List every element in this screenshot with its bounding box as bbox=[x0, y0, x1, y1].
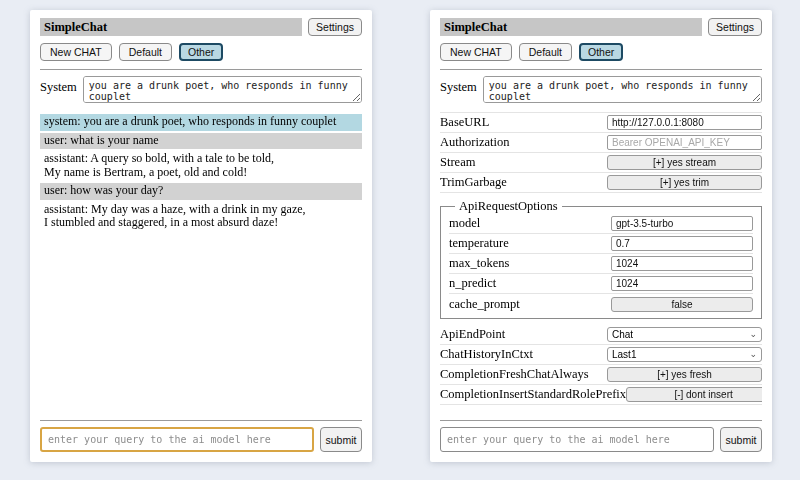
completion-insert-standard-role-prefix-label: CompletionInsertStandardRolePrefix bbox=[440, 387, 626, 402]
setting-row-chat-history-in-ctxt: ChatHistoryInCtxt Last1 ⌄ bbox=[440, 345, 762, 365]
divider bbox=[440, 69, 762, 70]
chat-message-assistant: assistant: My day was a haze, with a dri… bbox=[40, 202, 362, 232]
submit-button[interactable]: submit bbox=[320, 427, 362, 452]
temperature-input[interactable] bbox=[611, 236, 753, 251]
app-title: SimpleChat bbox=[440, 18, 702, 36]
chevron-down-icon: ⌄ bbox=[749, 350, 757, 359]
cache-prompt-toggle-button[interactable]: false bbox=[611, 297, 753, 312]
divider bbox=[40, 420, 362, 421]
titlebar-row: SimpleChat Settings bbox=[440, 18, 762, 36]
stream-toggle-button[interactable]: [+] yes stream bbox=[607, 155, 762, 170]
chat-history-in-ctxt-label: ChatHistoryInCtxt bbox=[440, 347, 607, 362]
divider bbox=[40, 69, 362, 70]
model-input[interactable] bbox=[611, 216, 753, 231]
max-tokens-input[interactable] bbox=[611, 256, 753, 271]
completion-fresh-chat-always-toggle-button[interactable]: [+] yes fresh bbox=[607, 367, 762, 382]
titlebar-row: SimpleChat Settings bbox=[40, 18, 362, 36]
n-predict-label: n_predict bbox=[449, 276, 611, 291]
chat-log: system: you are a drunk poet, who respon… bbox=[40, 114, 362, 412]
setting-row-max-tokens: max_tokens bbox=[449, 254, 753, 274]
app-title: SimpleChat bbox=[40, 18, 302, 36]
stream-label: Stream bbox=[440, 155, 607, 170]
api-endpoint-label: ApiEndPoint bbox=[440, 327, 607, 342]
settings-panel: SimpleChat Settings New CHAT Default Oth… bbox=[430, 10, 772, 462]
session-default-button[interactable]: Default bbox=[519, 43, 572, 61]
query-block: submit bbox=[440, 412, 762, 452]
max-tokens-label: max_tokens bbox=[449, 256, 611, 271]
setting-row-model: model bbox=[449, 214, 753, 234]
new-chat-button[interactable]: New CHAT bbox=[440, 43, 512, 61]
session-other-button[interactable]: Other bbox=[179, 43, 223, 61]
query-row: submit bbox=[440, 427, 762, 452]
settings-button[interactable]: Settings bbox=[308, 18, 362, 36]
system-label: System bbox=[40, 76, 77, 95]
trimgarbage-label: TrimGarbage bbox=[440, 175, 607, 190]
completion-fresh-chat-always-label: CompletionFreshChatAlways bbox=[440, 367, 607, 382]
chat-message-user: user: what is your name bbox=[40, 133, 362, 150]
new-chat-button[interactable]: New CHAT bbox=[40, 43, 112, 61]
system-prompt-row: System you are a drunk poet, who respond… bbox=[40, 76, 362, 103]
system-prompt-row: System you are a drunk poet, who respond… bbox=[440, 76, 762, 103]
setting-row-n-predict: n_predict bbox=[449, 274, 753, 294]
chevron-down-icon: ⌄ bbox=[749, 330, 757, 339]
query-input[interactable] bbox=[440, 427, 714, 452]
session-other-button[interactable]: Other bbox=[579, 43, 623, 61]
query-row: submit bbox=[40, 427, 362, 452]
setting-row-completion-fresh-chat-always: CompletionFreshChatAlways [+] yes fresh bbox=[440, 365, 762, 385]
setting-row-cache-prompt: cache_prompt false bbox=[449, 294, 753, 314]
query-block: submit bbox=[40, 412, 362, 452]
setting-row-stream: Stream [+] yes stream bbox=[440, 153, 762, 173]
system-prompt-input[interactable]: you are a drunk poet, who responds in fu… bbox=[83, 76, 362, 103]
chat-message-assistant: assistant: A query so bold, with a tale … bbox=[40, 151, 362, 181]
authorization-input[interactable] bbox=[607, 135, 762, 150]
chat-message-user: user: how was your day? bbox=[40, 183, 362, 200]
completion-insert-standard-role-prefix-toggle-button[interactable]: [-] dont insert bbox=[626, 387, 762, 402]
api-request-options-legend: ApiRequestOptions bbox=[455, 199, 562, 214]
setting-row-trimgarbage: TrimGarbage [+] yes trim bbox=[440, 173, 762, 193]
trimgarbage-toggle-button[interactable]: [+] yes trim bbox=[607, 175, 762, 190]
submit-button[interactable]: submit bbox=[720, 427, 762, 452]
model-label: model bbox=[449, 216, 611, 231]
baseurl-input[interactable] bbox=[607, 115, 762, 130]
settings-button[interactable]: Settings bbox=[708, 18, 762, 36]
cache-prompt-label: cache_prompt bbox=[449, 297, 611, 312]
divider bbox=[440, 420, 762, 421]
chat-session-buttons: New CHAT Default Other bbox=[440, 43, 762, 61]
n-predict-input[interactable] bbox=[611, 276, 753, 291]
settings-list: BaseURL Authorization Stream [+] yes str… bbox=[440, 112, 762, 412]
chat-panel: SimpleChat Settings New CHAT Default Oth… bbox=[30, 10, 372, 462]
baseurl-label: BaseURL bbox=[440, 115, 607, 130]
system-prompt-input[interactable]: you are a drunk poet, who responds in fu… bbox=[483, 76, 762, 103]
query-input[interactable] bbox=[40, 427, 314, 452]
setting-row-completion-insert-standard-role-prefix: CompletionInsertStandardRolePrefix [-] d… bbox=[440, 385, 762, 405]
setting-row-api-endpoint: ApiEndPoint Chat ⌄ bbox=[440, 325, 762, 345]
chat-message-system: system: you are a drunk poet, who respon… bbox=[40, 114, 362, 131]
chat-history-in-ctxt-value: Last1 bbox=[612, 349, 749, 360]
setting-row-baseurl: BaseURL bbox=[440, 113, 762, 133]
api-endpoint-select[interactable]: Chat ⌄ bbox=[607, 327, 762, 342]
api-request-options-fieldset: ApiRequestOptions model temperature max_… bbox=[440, 199, 762, 319]
temperature-label: temperature bbox=[449, 236, 611, 251]
chat-session-buttons: New CHAT Default Other bbox=[40, 43, 362, 61]
system-label: System bbox=[440, 76, 477, 95]
session-default-button[interactable]: Default bbox=[119, 43, 172, 61]
setting-row-authorization: Authorization bbox=[440, 133, 762, 153]
chat-history-in-ctxt-select[interactable]: Last1 ⌄ bbox=[607, 347, 762, 362]
setting-row-temperature: temperature bbox=[449, 234, 753, 254]
api-endpoint-value: Chat bbox=[612, 329, 749, 340]
authorization-label: Authorization bbox=[440, 135, 607, 150]
